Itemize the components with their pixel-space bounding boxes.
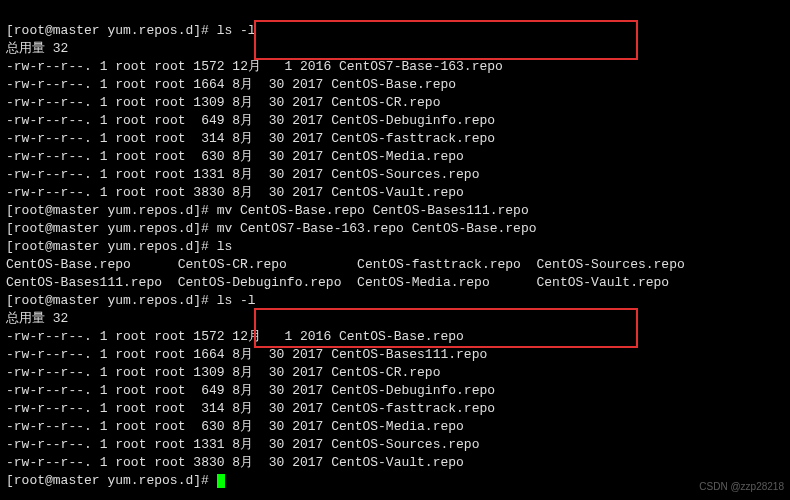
file-row: -rw-r--r--. 1 root root 1572 12月 1 2016 … xyxy=(6,59,503,74)
file-row: -rw-r--r--. 1 root root 314 8月 30 2017 C… xyxy=(6,401,495,416)
prompt: [root@master yum.repos.d]# xyxy=(6,473,217,488)
file-row: -rw-r--r--. 1 root root 1331 8月 30 2017 … xyxy=(6,437,479,452)
prompt: [root@master yum.repos.d]# xyxy=(6,239,217,254)
terminal-output: [root@master yum.repos.d]# ls -l 总用量 32 … xyxy=(0,0,790,494)
total-line: 总用量 32 xyxy=(6,41,68,56)
file-row: -rw-r--r--. 1 root root 1664 8月 30 2017 … xyxy=(6,347,487,362)
command: ls -l xyxy=(217,23,256,38)
file-row: -rw-r--r--. 1 root root 1309 8月 30 2017 … xyxy=(6,365,440,380)
cursor-icon[interactable] xyxy=(217,474,225,488)
file-row: -rw-r--r--. 1 root root 630 8月 30 2017 C… xyxy=(6,149,464,164)
file-row: -rw-r--r--. 1 root root 3830 8月 30 2017 … xyxy=(6,185,464,200)
file-row: -rw-r--r--. 1 root root 649 8月 30 2017 C… xyxy=(6,113,495,128)
prompt: [root@master yum.repos.d]# xyxy=(6,293,217,308)
file-row: -rw-r--r--. 1 root root 3830 8月 30 2017 … xyxy=(6,455,464,470)
watermark: CSDN @zzp28218 xyxy=(699,478,784,496)
ls-row: CentOS-Base.repo CentOS-CR.repo CentOS-f… xyxy=(6,257,685,272)
prompt: [root@master yum.repos.d]# xyxy=(6,23,217,38)
file-row: -rw-r--r--. 1 root root 1331 8月 30 2017 … xyxy=(6,167,479,182)
total-line: 总用量 32 xyxy=(6,311,68,326)
file-row: -rw-r--r--. 1 root root 630 8月 30 2017 C… xyxy=(6,419,464,434)
file-row: -rw-r--r--. 1 root root 314 8月 30 2017 C… xyxy=(6,131,495,146)
command: mv CentOS-Base.repo CentOS-Bases111.repo xyxy=(217,203,529,218)
ls-row: CentOS-Bases111.repo CentOS-Debuginfo.re… xyxy=(6,275,669,290)
file-row: -rw-r--r--. 1 root root 1572 12月 1 2016 … xyxy=(6,329,464,344)
file-row: -rw-r--r--. 1 root root 1309 8月 30 2017 … xyxy=(6,95,440,110)
file-row: -rw-r--r--. 1 root root 649 8月 30 2017 C… xyxy=(6,383,495,398)
command: ls -l xyxy=(217,293,256,308)
file-row: -rw-r--r--. 1 root root 1664 8月 30 2017 … xyxy=(6,77,456,92)
command: ls xyxy=(217,239,233,254)
prompt: [root@master yum.repos.d]# xyxy=(6,221,217,236)
prompt: [root@master yum.repos.d]# xyxy=(6,203,217,218)
command: mv CentOS7-Base-163.repo CentOS-Base.rep… xyxy=(217,221,537,236)
